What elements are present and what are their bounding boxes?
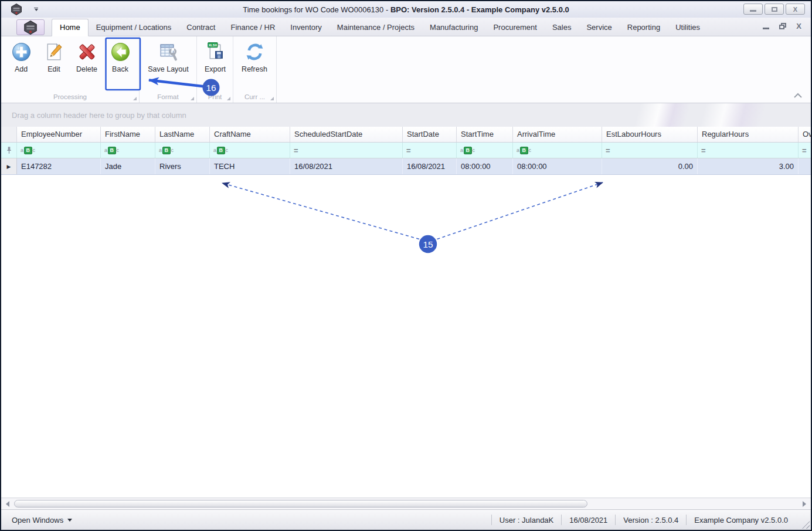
mdi-close-button[interactable]: X	[796, 23, 801, 29]
open-windows-button[interactable]: Open Windows	[1, 510, 80, 530]
column-header-craftname[interactable]: CraftName	[210, 127, 290, 142]
tab-sales[interactable]: Sales	[545, 19, 579, 36]
cell-arrivaltime[interactable]: 08:00:00	[513, 158, 602, 174]
export-xlsx-badge: XLSX	[208, 43, 217, 47]
edit-button-label: Edit	[47, 65, 60, 73]
application-menu-button[interactable]	[16, 19, 45, 35]
status-company: Example Company v2.5.0.0	[687, 516, 796, 525]
filter-starttime[interactable]: aBc	[457, 143, 513, 158]
export-button-label: Export	[205, 65, 226, 73]
cell-regularhours[interactable]: 3.00	[698, 158, 799, 174]
cell-starttime[interactable]: 08:00:00	[457, 158, 513, 174]
column-header-estlabourhours[interactable]: EstLabourHours	[602, 127, 698, 142]
window-title: Time bookings for WO Code WO0006130 - BP…	[1, 5, 811, 14]
tab-maintenance-projects[interactable]: Maintenance / Projects	[329, 19, 422, 36]
filter-overtime[interactable]: =	[799, 143, 811, 158]
tab-home[interactable]: Home	[52, 19, 89, 36]
tab-manufacturing[interactable]: Manufacturing	[422, 19, 485, 36]
filter-scheduledstartdate[interactable]: =	[290, 143, 403, 158]
ribbon: Add Edit	[1, 36, 811, 103]
column-header-regularhours[interactable]: RegularHours	[698, 127, 799, 142]
grid-filter-row: aBc aBc aBc aBc = = aBc aBc = = =	[1, 143, 811, 158]
cell-employeenumber[interactable]: E147282	[17, 158, 101, 174]
filter-arrivaltime[interactable]: aBc	[513, 143, 602, 158]
column-header-lastname[interactable]: LastName	[155, 127, 210, 142]
tab-service[interactable]: Service	[579, 19, 619, 36]
status-user: User : JulandaK	[492, 516, 562, 525]
cell-estlabourhours[interactable]: 0.00	[602, 158, 698, 174]
column-header-overtime[interactable]: Ov	[799, 127, 811, 142]
save-layout-button[interactable]: Save Layout	[142, 39, 194, 73]
ribbon-group-label-processing: Processing	[1, 92, 139, 102]
group-dialog-launcher-icon[interactable]	[191, 97, 194, 100]
delete-button[interactable]: Delete	[70, 39, 103, 73]
cell-overtime[interactable]	[799, 158, 811, 174]
scrollbar-thumb[interactable]	[14, 500, 587, 508]
text-filter-icon: aBc	[517, 147, 531, 154]
cell-firstname[interactable]: Jade	[101, 158, 155, 174]
scroll-left-icon[interactable]	[6, 501, 9, 507]
group-by-panel[interactable]: Drag a column header here to group by th…	[1, 103, 811, 127]
refresh-button[interactable]: Refresh	[236, 39, 273, 73]
cell-craftname[interactable]: TECH	[210, 158, 290, 174]
table-row[interactable]: ▶ E147282 Jade Rivers TECH 16/08/2021 16…	[1, 158, 811, 175]
column-header-firstname[interactable]: FirstName	[101, 127, 155, 142]
column-header-startdate[interactable]: StartDate	[403, 127, 457, 142]
cell-scheduledstartdate[interactable]: 16/08/2021	[290, 158, 403, 174]
chevron-down-icon	[67, 519, 72, 522]
refresh-icon	[244, 41, 266, 63]
edit-button[interactable]: Edit	[38, 39, 70, 73]
tab-inventory[interactable]: Inventory	[283, 19, 329, 36]
filter-lastname[interactable]: aBc	[155, 143, 210, 158]
application-window: Time bookings for WO Code WO0006130 - BP…	[0, 0, 812, 531]
filter-firstname[interactable]: aBc	[101, 143, 155, 158]
group-by-hint: Drag a column header here to group by th…	[12, 111, 186, 120]
close-button[interactable]: X	[786, 4, 805, 15]
text-filter-icon: aBc	[213, 147, 228, 154]
horizontal-scrollbar[interactable]	[1, 498, 811, 509]
export-button[interactable]: XLSX Export	[199, 39, 232, 73]
filter-regularhours[interactable]: =	[698, 143, 799, 158]
ribbon-group-label-format: Format	[140, 92, 196, 102]
cell-lastname[interactable]: Rivers	[155, 158, 210, 174]
resize-grip[interactable]	[802, 521, 810, 529]
cell-startdate[interactable]: 16/08/2021	[403, 158, 457, 174]
filter-estlabourhours[interactable]: =	[602, 143, 698, 158]
minimize-button[interactable]	[743, 4, 763, 15]
group-dialog-launcher-icon[interactable]	[227, 97, 230, 100]
filter-startdate[interactable]: =	[403, 143, 457, 158]
tab-reporting[interactable]: Reporting	[620, 19, 668, 36]
mdi-restore-button[interactable]	[779, 23, 786, 29]
open-windows-label: Open Windows	[12, 516, 63, 525]
filter-row-indicator	[1, 143, 17, 158]
group-dialog-launcher-icon[interactable]	[133, 97, 137, 100]
mdi-minimize-button[interactable]	[763, 23, 769, 29]
group-dialog-launcher-icon[interactable]	[270, 97, 274, 100]
tab-procurement[interactable]: Procurement	[485, 19, 544, 36]
ribbon-collapse-icon[interactable]	[793, 93, 803, 99]
ribbon-tab-bar: Home Equipment / Locations Contract Fina…	[1, 18, 811, 36]
status-version: Version : 2.5.0.4	[616, 516, 686, 525]
column-header-arrivaltime[interactable]: ArrivalTime	[513, 127, 602, 142]
column-header-starttime[interactable]: StartTime	[457, 127, 513, 142]
equals-filter-icon: =	[802, 146, 806, 155]
equals-filter-icon: =	[406, 146, 410, 155]
tab-contract[interactable]: Contract	[179, 19, 223, 36]
row-arrow-icon: ▶	[7, 164, 11, 170]
back-button[interactable]: Back	[103, 39, 137, 73]
tab-finance-hr[interactable]: Finance / HR	[223, 19, 283, 36]
mdi-close-icon: X	[796, 22, 801, 31]
tab-equipment-locations[interactable]: Equipment / Locations	[89, 19, 179, 36]
status-date: 16/08/2021	[562, 516, 615, 525]
scroll-right-icon[interactable]	[803, 501, 806, 507]
maximize-button[interactable]	[765, 4, 784, 15]
filter-craftname[interactable]: aBc	[210, 143, 290, 158]
filter-employeenumber[interactable]: aBc	[17, 143, 101, 158]
column-header-scheduledstartdate[interactable]: ScheduledStartDate	[290, 127, 403, 142]
tab-utilities[interactable]: Utilities	[668, 19, 708, 36]
column-header-employeenumber[interactable]: EmployeeNumber	[17, 127, 101, 142]
add-button[interactable]: Add	[5, 39, 38, 73]
window-title-regular: Time bookings for WO Code WO0006130 -	[243, 5, 390, 14]
ribbon-group-print: XLSX Export Print	[197, 36, 233, 103]
delete-icon	[76, 41, 98, 63]
